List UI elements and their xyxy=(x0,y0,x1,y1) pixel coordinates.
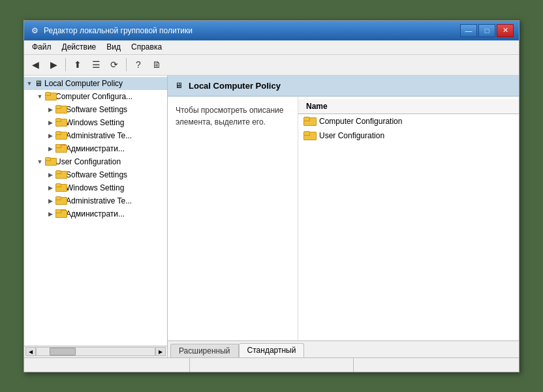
user-config-folder-icon xyxy=(45,157,55,166)
list-folder-icon-0 xyxy=(303,117,315,126)
tree-computer-config-node: ▼ Computer Configura... ▶ Software Setti… xyxy=(35,90,167,155)
admin-te-2-icon xyxy=(55,196,66,205)
tab-standard[interactable]: Стандартный xyxy=(239,343,305,357)
properties-button[interactable]: 🗎 xyxy=(148,57,165,72)
main-area: ▼ 🖥 Local Computer Policy ▼ Computer Con… xyxy=(24,76,519,357)
toolbar-separator-2 xyxy=(126,58,127,71)
content-area: 🖥 Local Computer Policy Чтобы просмотрет… xyxy=(168,76,519,357)
tree-admin-te-2-label: Administrative Te... xyxy=(66,196,132,205)
content-header-icon: 🖥 xyxy=(173,80,185,91)
list-folder-icon-1 xyxy=(303,131,315,140)
scroll-right-btn[interactable]: ▶ xyxy=(155,347,166,356)
up-button[interactable]: ⬆ xyxy=(69,57,86,72)
tree-admin-te-1-row[interactable]: ▶ Administrative Te... xyxy=(45,129,167,142)
sw-settings-2-expander: ▶ xyxy=(45,170,55,180)
scroll-left-btn[interactable]: ◀ xyxy=(25,347,36,356)
tree-win-settings-2-row[interactable]: ▶ Windows Setting xyxy=(45,181,167,194)
scroll-thumb[interactable] xyxy=(50,348,76,355)
menu-action[interactable]: Действие xyxy=(57,41,102,53)
win-settings-1-expander: ▶ xyxy=(45,117,55,128)
user-config-children: ▶ Software Settings ▶ Windows Setting xyxy=(35,168,167,220)
menu-bar: Файл Действие Вид Справка xyxy=(24,40,519,55)
tree-panel: ▼ 🖥 Local Computer Policy ▼ Computer Con… xyxy=(24,76,168,346)
title-bar: ⚙ Редактор локальной групповой политики … xyxy=(24,21,519,40)
tree-win-settings-1-row[interactable]: ▶ Windows Setting xyxy=(45,116,167,129)
computer-config-children: ▶ Software Settings ▶ Windows Setting xyxy=(35,103,167,155)
content-header-title: Local Computer Policy xyxy=(189,81,281,91)
description-panel: Чтобы просмотреть описание элемента, выд… xyxy=(168,97,298,340)
tree-admin-ru-2-label: Администрати... xyxy=(66,209,125,219)
tree-root-label: Local Computer Policy xyxy=(44,79,123,88)
win-settings-1-icon xyxy=(55,118,66,127)
computer-config-expander: ▼ xyxy=(35,91,45,102)
minimize-button[interactable]: — xyxy=(460,24,477,37)
forward-button[interactable]: ▶ xyxy=(45,57,62,72)
tree-sw-settings-2-row[interactable]: ▶ Software Settings xyxy=(45,168,167,181)
user-config-expander: ▼ xyxy=(35,157,45,167)
win-settings-2-icon xyxy=(55,183,66,192)
tree-admin-ru-1-row[interactable]: ▶ Администрати... xyxy=(45,142,167,155)
tree-sw-settings-2-label: Software Settings xyxy=(66,170,127,179)
tree-admin-te-2-row[interactable]: ▶ Administrative Te... xyxy=(45,194,167,207)
content-header: 🖥 Local Computer Policy xyxy=(168,76,519,97)
toolbar-separator-1 xyxy=(65,58,66,71)
title-buttons: — □ ✕ xyxy=(460,24,514,37)
tree-computer-config-label: Computer Configura... xyxy=(55,92,132,101)
list-item-0-icon xyxy=(303,116,315,127)
list-item-1-icon xyxy=(303,130,315,141)
tree-admin-ru-1-label: Администрати... xyxy=(66,144,125,153)
show-hide-button[interactable]: ☰ xyxy=(87,57,104,72)
main-window: ⚙ Редактор локальной групповой политики … xyxy=(23,20,520,372)
menu-help[interactable]: Справка xyxy=(126,41,167,53)
tree-sw-settings-1-row[interactable]: ▶ Software Settings xyxy=(45,103,167,116)
status-segment-1 xyxy=(27,358,190,372)
tree-admin-ru-2-row[interactable]: ▶ Администрати... xyxy=(45,207,167,220)
tree-win-settings-1-label: Windows Setting xyxy=(66,118,124,127)
help-button[interactable]: ? xyxy=(130,57,147,72)
content-split: Чтобы просмотреть описание элемента, выд… xyxy=(168,97,519,340)
tree-scrollbar: ◀ ▶ xyxy=(24,346,167,357)
status-segment-2 xyxy=(190,358,353,372)
admin-ru-1-expander: ▶ xyxy=(45,143,55,154)
status-bar xyxy=(24,357,519,372)
tree-computer-config-row[interactable]: ▼ Computer Configura... xyxy=(35,90,167,103)
maximize-button[interactable]: □ xyxy=(478,24,495,37)
tree-sw-settings-1-label: Software Settings xyxy=(66,105,127,114)
tree-admin-te-1-label: Administrative Te... xyxy=(66,131,132,140)
win-settings-2-expander: ▶ xyxy=(45,183,55,193)
menu-view[interactable]: Вид xyxy=(101,41,126,53)
root-icon: 🖥 xyxy=(35,79,42,88)
window-title: Редактор локальной групповой политики xyxy=(44,26,460,35)
close-button[interactable]: ✕ xyxy=(497,24,514,37)
computer-config-folder-icon xyxy=(45,92,55,100)
admin-te-2-expander: ▶ xyxy=(45,196,55,206)
list-item-0[interactable]: Computer Configuration xyxy=(298,114,519,128)
tree-root-node: ▼ 🖥 Local Computer Policy ▼ Computer Con… xyxy=(24,77,167,220)
menu-file[interactable]: Файл xyxy=(27,41,57,53)
tree-user-config-label: User Configuration xyxy=(55,157,121,166)
toolbar: ◀ ▶ ⬆ ☰ ⟳ ? 🗎 xyxy=(24,55,519,76)
tabs-bar: Расширенный Стандартный xyxy=(168,340,519,357)
admin-ru-2-expander: ▶ xyxy=(45,209,55,219)
sw-settings-1-icon xyxy=(55,105,66,113)
tree-win-settings-2-label: Windows Setting xyxy=(66,183,124,192)
back-button[interactable]: ◀ xyxy=(27,57,44,72)
status-segment-3 xyxy=(354,358,516,372)
tree-user-config-node: ▼ User Configuration ▶ Software Settings xyxy=(35,155,167,220)
tree-user-config-row[interactable]: ▼ User Configuration xyxy=(35,155,167,168)
admin-te-1-expander: ▶ xyxy=(45,130,55,141)
sync-button[interactable]: ⟳ xyxy=(106,57,123,72)
window-icon: ⚙ xyxy=(29,25,40,36)
list-col-name: Name xyxy=(303,100,514,112)
scroll-track xyxy=(36,347,155,356)
tab-extended[interactable]: Расширенный xyxy=(170,344,239,357)
list-item-1-label: User Configuration xyxy=(319,131,384,140)
list-header: Name xyxy=(298,99,519,114)
list-panel: Name Computer Configuration User Configu… xyxy=(298,97,519,340)
admin-ru-1-icon xyxy=(55,144,66,153)
admin-te-1-icon xyxy=(55,131,66,140)
list-item-1[interactable]: User Configuration xyxy=(298,128,519,143)
tree-root-children: ▼ Computer Configura... ▶ Software Setti… xyxy=(24,90,167,220)
admin-ru-2-icon xyxy=(55,209,66,218)
tree-root-row[interactable]: ▼ 🖥 Local Computer Policy xyxy=(24,77,167,90)
